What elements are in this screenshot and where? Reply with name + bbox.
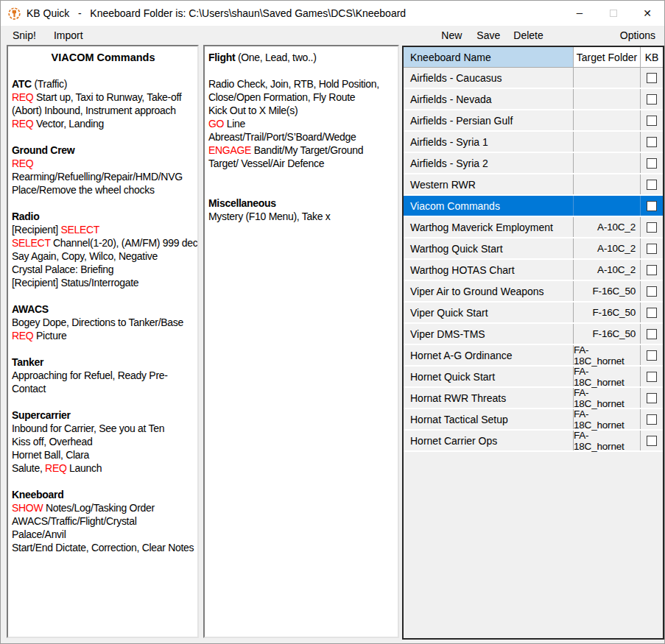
text-line: Hornet Ball, Clara [12, 448, 194, 461]
kb-cell [640, 281, 663, 301]
text-segment: (Traffic) [32, 78, 67, 90]
target-folder-cell [573, 132, 640, 152]
kb-checkbox[interactable] [647, 393, 657, 403]
kb-checkbox[interactable] [647, 414, 657, 425]
text-line: Miscellaneous [208, 197, 395, 210]
kb-checkbox[interactable] [647, 94, 657, 105]
text-line: Kneeboard [12, 488, 194, 501]
kneeboard-name-cell: Airfields - Syria 2 [404, 153, 573, 173]
menu-item-new[interactable]: New [438, 27, 465, 43]
target-folder-cell [573, 196, 640, 216]
text-line: Flight (One, Lead, two..) [208, 51, 395, 64]
text-segment: Contact [12, 383, 46, 394]
text-segment: Hornet Ball, Clara [12, 449, 89, 461]
kneeboard-name-cell: Viper DMS-TMS [404, 324, 573, 344]
table-row[interactable]: Warthog Maverick EmploymentA-10C_2 [404, 217, 663, 238]
text-line: Salute, REQ Launch [12, 461, 194, 475]
command-keyword: SHOW [12, 502, 43, 514]
section-heading: Flight [208, 52, 235, 63]
kneeboard-name-cell: Airfields - Nevada [404, 89, 573, 109]
column-header-kb[interactable]: KB [640, 47, 663, 67]
table-row[interactable]: Warthog Quick StartA-10C_2 [404, 238, 663, 260]
kb-checkbox[interactable] [647, 222, 657, 233]
table-row[interactable]: Airfields - Caucasus [404, 68, 663, 89]
text-segment: Say Again, Copy, Wilco, Negative [12, 250, 158, 262]
title-bar: KB Quick - Kneeboard Folder is: C:\Users… [1, 1, 664, 26]
target-folder-cell: F-16C_50 [573, 302, 640, 322]
text-line [12, 342, 194, 355]
table-row[interactable]: Viper Air to Ground WeaponsF-16C_50 [404, 281, 663, 302]
kb-checkbox[interactable] [647, 286, 657, 297]
table-row[interactable]: Airfields - Syria 1 [404, 132, 663, 153]
close-button[interactable]: ✕ [630, 1, 664, 26]
menu-item-save[interactable]: Save [474, 27, 503, 43]
target-folder-cell [573, 174, 640, 194]
table-row[interactable]: Airfields - Nevada [404, 89, 663, 110]
target-folder-cell: FA-18C_hornet [573, 388, 640, 408]
kneeboard-name-cell: Warthog HOTAS Chart [404, 260, 573, 280]
table-row[interactable]: Airfields - Persian Gulf [404, 110, 663, 132]
table-row[interactable]: Viper Quick StartF-16C_50 [404, 302, 663, 324]
kb-checkbox[interactable] [647, 201, 657, 211]
menu-item-import[interactable]: Import [51, 27, 86, 43]
text-segment: Start/End Dictate, Correction, Clear Not… [12, 542, 194, 553]
menu-item-options[interactable]: Options [617, 27, 658, 43]
text-segment: (Abort) Inbound, Instrument approach [12, 105, 176, 116]
kb-checkbox[interactable] [647, 265, 657, 275]
table-row-selected[interactable]: Viacom Commands [404, 196, 663, 217]
kb-checkbox[interactable] [647, 116, 657, 126]
table-row[interactable]: Hornet A-G OrdinanceFA-18C_hornet [404, 345, 663, 367]
text-line: Kick Out to X Mile(s) [208, 104, 395, 117]
kb-cell [640, 388, 663, 408]
minimize-button[interactable]: – [563, 1, 597, 26]
kneeboard-name-cell: Hornat Tactical Setup [404, 409, 573, 429]
table-header-row: Kneeboard Name Target Folder KB [404, 47, 663, 68]
text-line: Contact [12, 382, 194, 395]
table-row[interactable]: Western RWR [404, 174, 663, 196]
kb-checkbox[interactable] [647, 436, 657, 446]
text-segment: [Recipient] Status/Interrogate [12, 277, 138, 289]
text-line: SHOW Notes/Log/Tasking Order [12, 501, 194, 514]
table-row[interactable]: Hornet Carrier OpsFA-18C_hornet [404, 431, 663, 452]
kb-cell [640, 89, 663, 109]
kb-checkbox[interactable] [647, 308, 657, 318]
kneeboard-name-cell: Warthog Quick Start [404, 238, 573, 258]
viacom-commands-panel[interactable]: VIACOM Commands ATC (Traffic)REQ Start u… [7, 45, 199, 638]
text-line [12, 197, 194, 210]
text-line: Radio [12, 210, 194, 223]
column-header-kneeboard-name[interactable]: Kneeboard Name [404, 47, 573, 67]
kb-checkbox[interactable] [647, 73, 657, 83]
table-row[interactable]: Viper DMS-TMSF-16C_50 [404, 324, 663, 345]
section-heading: Miscellaneous [208, 197, 276, 209]
text-line: Ground Crew [12, 144, 194, 157]
kneeboard-name-cell: Airfields - Syria 1 [404, 132, 573, 152]
table-row[interactable]: Hornat RWR ThreatsFA-18C_hornet [404, 388, 663, 409]
kb-checkbox[interactable] [647, 244, 657, 254]
kb-checkbox[interactable] [647, 372, 657, 382]
table-row[interactable]: Warthog HOTAS ChartA-10C_2 [404, 260, 663, 281]
text-line: ATC (Traffic) [12, 77, 194, 91]
kb-checkbox[interactable] [647, 180, 657, 190]
kb-checkbox[interactable] [647, 137, 657, 147]
text-line: Mystery (F10 Menu), Take x [208, 210, 395, 223]
table-row[interactable]: Hornat Tactical SetupFA-18C_hornet [404, 409, 663, 431]
kb-cell [640, 110, 663, 130]
flight-panel[interactable]: Flight (One, Lead, two..) Radio Check, J… [203, 45, 399, 638]
section-heading: Radio [12, 210, 39, 222]
kb-checkbox[interactable] [647, 329, 657, 339]
kb-checkbox[interactable] [647, 350, 657, 361]
kb-cell [640, 153, 663, 173]
menu-bar: Snip! Import New Save Delete Options [1, 26, 664, 45]
menu-item-delete[interactable]: Delete [510, 27, 546, 43]
table-row[interactable]: Airfields - Syria 2 [404, 153, 663, 174]
text-line [208, 170, 395, 183]
kb-cell [640, 196, 663, 216]
kb-cell [640, 367, 663, 386]
text-line: Say Again, Copy, Wilco, Negative [12, 250, 194, 263]
table-row[interactable]: Hornet Quick StartFA-18C_hornet [404, 367, 663, 388]
menu-item-snip[interactable]: Snip! [10, 27, 39, 43]
maximize-button[interactable] [597, 1, 630, 26]
text-line: (Abort) Inbound, Instrument approach [12, 104, 194, 117]
kb-checkbox[interactable] [647, 158, 657, 169]
column-header-target-folder[interactable]: Target Folder [573, 47, 640, 67]
